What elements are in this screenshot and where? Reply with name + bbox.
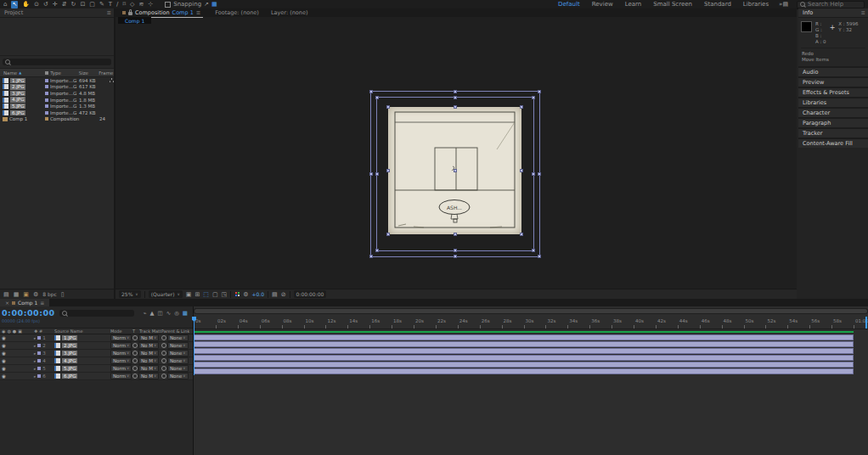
interpret-footage-icon[interactable]: ▤ xyxy=(3,291,9,298)
selection-handle[interactable] xyxy=(375,249,379,252)
expander-icon[interactable]: ▸ xyxy=(34,344,36,348)
timeline-layer-row[interactable]: ◉▸55.JPGNorm∨No M∨None∨ xyxy=(0,365,193,373)
selection-handle[interactable] xyxy=(369,255,373,258)
viewer-timecode[interactable]: 0:00:00:00 xyxy=(294,290,327,298)
choose-grid-guides-icon[interactable]: ▣ xyxy=(186,291,192,298)
puppet-pin-tool-icon[interactable]: ⊹ xyxy=(148,1,153,8)
layer-color-swatch[interactable] xyxy=(37,359,41,362)
track-matte-dropdown[interactable]: No M∨ xyxy=(138,373,159,379)
timeline-search-input[interactable] xyxy=(59,310,134,317)
roto-brush-tool-icon[interactable]: ≋ xyxy=(138,1,144,8)
selection-handle[interactable] xyxy=(454,233,457,236)
parent-dropdown[interactable]: None∨ xyxy=(167,350,189,357)
draft-3d-icon[interactable]: ▲ xyxy=(150,310,155,317)
panel-header-paragraph[interactable]: Paragraph xyxy=(798,117,868,127)
rotation-tool-icon[interactable]: ↻ xyxy=(71,1,76,8)
project-item-row[interactable]: 5.JPGImporte...G1.3 MB xyxy=(0,103,114,110)
project-item-row[interactable]: 1.JPGImporte...G694 KB xyxy=(0,77,114,84)
layer-duration-bar[interactable] xyxy=(194,341,854,347)
selection-handle[interactable] xyxy=(538,90,541,93)
pickwhip-icon[interactable] xyxy=(161,374,166,379)
layer-duration-bar[interactable] xyxy=(194,362,854,368)
exposure-control[interactable]: +0.0 xyxy=(251,291,264,297)
project-item-row[interactable]: Comp 1Composition24 xyxy=(0,116,114,123)
selection-handle[interactable] xyxy=(538,172,541,176)
selection-handle[interactable] xyxy=(375,172,379,176)
new-folder-icon[interactable]: ▦ xyxy=(14,291,20,298)
graph-editor-icon[interactable]: ▦ xyxy=(183,310,188,317)
selection-handle[interactable] xyxy=(454,255,457,258)
project-item-row[interactable]: 2.JPGImporte...G617 KB xyxy=(0,84,114,91)
snapping-checkbox[interactable] xyxy=(165,2,171,8)
workspace-menu-icon[interactable]: ▤ xyxy=(782,1,788,8)
selection-handle[interactable] xyxy=(520,169,523,172)
workspace-standard[interactable]: Standard xyxy=(704,1,731,8)
matte-target-icon[interactable] xyxy=(132,374,138,379)
column-mode[interactable]: Mode xyxy=(110,329,132,334)
panel-header-preview[interactable]: Preview xyxy=(798,76,868,87)
project-search-input[interactable] xyxy=(3,59,111,65)
pan-behind-tool-icon[interactable]: ⊡ xyxy=(80,1,85,8)
panel-header-audio[interactable]: Audio xyxy=(798,66,868,76)
selection-handle[interactable] xyxy=(520,105,523,109)
layer-color-swatch[interactable] xyxy=(37,336,41,340)
mode-dropdown[interactable]: Norm∨ xyxy=(110,342,132,349)
eye-icon[interactable]: ◉ xyxy=(2,343,6,348)
selection-handle[interactable] xyxy=(386,105,390,109)
storyboard-photo-layer[interactable]: ASH... xyxy=(388,107,521,234)
eye-icon[interactable]: ◉ xyxy=(2,366,6,371)
layer-duration-bar[interactable] xyxy=(194,334,854,340)
parent-dropdown[interactable]: None∨ xyxy=(167,365,189,372)
matte-target-icon[interactable] xyxy=(132,351,138,356)
column-frame-rate[interactable]: Frame R... xyxy=(99,70,114,76)
pickwhip-icon[interactable] xyxy=(161,351,166,356)
navigator-thumb[interactable] xyxy=(194,309,867,313)
column-track-matte[interactable]: Track Matte xyxy=(139,329,161,334)
track-matte-dropdown[interactable]: No M∨ xyxy=(138,334,159,341)
workspace-small-screen[interactable]: Small Screen xyxy=(653,1,692,8)
expander-icon[interactable]: ▸ xyxy=(34,359,36,363)
mode-dropdown[interactable]: Norm∨ xyxy=(110,334,132,341)
track-matte-dropdown[interactable]: No M∨ xyxy=(138,357,159,364)
snapshot-camera-icon[interactable]: ▤ xyxy=(272,291,278,298)
timeline-layer-row[interactable]: ◉▸66.JPGNorm∨No M∨None∨ xyxy=(0,373,193,380)
column-parent-link[interactable]: Parent & Link xyxy=(161,329,189,334)
project-item-row[interactable]: 4.JPGImporte...G1.8 MB xyxy=(0,97,114,104)
pen-tool-icon[interactable]: ✎ xyxy=(99,1,104,8)
parent-dropdown[interactable]: None∨ xyxy=(167,357,189,364)
selection-handle[interactable] xyxy=(454,169,457,172)
column-type[interactable]: Type xyxy=(45,70,78,76)
timeline-navigator[interactable] xyxy=(194,308,868,314)
selection-handle[interactable] xyxy=(454,249,457,252)
hand-tool-icon[interactable]: ✋ xyxy=(22,1,30,8)
frame-blending-icon[interactable]: ∿ xyxy=(166,310,171,317)
dolly-camera-tool-icon[interactable]: ⇵ xyxy=(62,1,67,8)
track-matte-dropdown[interactable]: No M∨ xyxy=(138,350,159,357)
column-t[interactable]: T xyxy=(132,329,139,334)
brush-tool-icon[interactable]: ∕ xyxy=(116,1,118,8)
bit-depth-button[interactable]: 8 bpc xyxy=(42,291,57,297)
layer-name-cell[interactable]: 6.JPG xyxy=(54,374,110,379)
project-item-row[interactable]: 6.JPGImporte...G472 KB xyxy=(0,110,114,116)
layer-name-cell[interactable]: 3.JPG xyxy=(54,351,110,357)
expander-icon[interactable]: ▸ xyxy=(34,367,36,371)
layer-duration-bar[interactable] xyxy=(194,368,854,374)
hide-shy-layers-icon[interactable]: ◫ xyxy=(158,310,163,317)
timeline-layer-row[interactable]: ◉▸44.JPGNorm∨No M∨None∨ xyxy=(0,357,193,365)
layer-color-swatch[interactable] xyxy=(37,344,41,347)
panel-header-effects-presets[interactable]: Effects & Presets xyxy=(798,87,868,97)
mask-visibility-icon[interactable]: ⊞ xyxy=(194,291,200,298)
workspace-default[interactable]: Default xyxy=(558,1,580,8)
selection-handle[interactable] xyxy=(532,172,535,176)
panel-header-content-aware-fill[interactable]: Content-Aware Fill xyxy=(798,138,868,148)
playhead[interactable] xyxy=(194,317,194,375)
zoom-out-icon[interactable]: ↗ xyxy=(204,1,209,8)
timeline-comp-tab[interactable]: × Comp 1 ≡ xyxy=(0,299,49,306)
composition-subtab[interactable]: Comp 1 xyxy=(118,17,151,24)
composition-canvas[interactable]: ASH... xyxy=(116,24,797,289)
expander-icon[interactable]: ▸ xyxy=(34,351,36,356)
type-tool-icon[interactable]: T xyxy=(109,1,112,8)
current-time-display[interactable]: 0:00:00:00 xyxy=(2,308,55,317)
show-snapshot-icon[interactable]: ⊘ xyxy=(281,291,286,298)
column-size[interactable]: Size xyxy=(79,70,99,76)
